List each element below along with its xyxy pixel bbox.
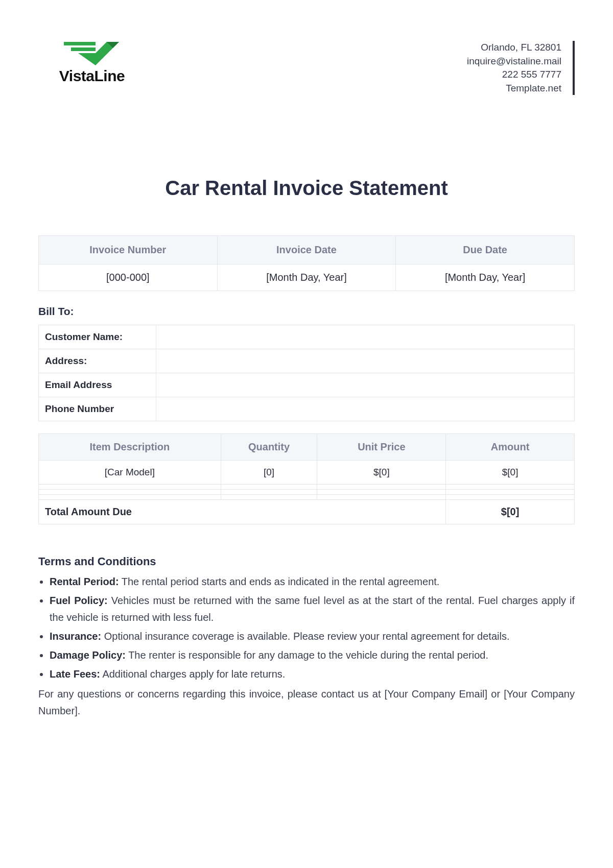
table-row: Address: bbox=[39, 349, 575, 373]
table-row: Email Address bbox=[39, 373, 575, 397]
terms-heading: Terms and Conditions bbox=[38, 555, 575, 568]
list-item: Insurance: Optional insurance coverage i… bbox=[50, 628, 575, 645]
table-row bbox=[39, 495, 575, 500]
bill-value bbox=[156, 373, 575, 397]
items-header-desc: Item Description bbox=[39, 434, 221, 461]
meta-value-invoice-no: [000-000] bbox=[39, 264, 218, 291]
company-name: VistaLine bbox=[59, 67, 125, 85]
item-unit: $[0] bbox=[317, 461, 446, 485]
items-header-amount: Amount bbox=[446, 434, 575, 461]
bill-value bbox=[156, 325, 575, 349]
total-row: Total Amount Due $[0] bbox=[39, 500, 575, 524]
company-address: Orlando, FL 32801 bbox=[467, 41, 561, 55]
items-table: Item Description Quantity Unit Price Amo… bbox=[38, 433, 575, 524]
list-item: Fuel Policy: Vehicles must be returned w… bbox=[50, 592, 575, 626]
bill-to-table: Customer Name: Address: Email Address Ph… bbox=[38, 325, 575, 421]
table-row bbox=[39, 490, 575, 495]
svg-rect-1 bbox=[71, 47, 96, 51]
list-item: Late Fees: Additional charges apply for … bbox=[50, 666, 575, 683]
bill-label: Address: bbox=[39, 349, 156, 373]
bill-to-heading: Bill To: bbox=[38, 305, 575, 318]
terms-list: Rental Period: The rental period starts … bbox=[38, 573, 575, 683]
company-email: inquire@vistaline.mail bbox=[467, 55, 561, 68]
meta-value-due-date: [Month Day, Year] bbox=[396, 264, 575, 291]
list-item: Rental Period: The rental period starts … bbox=[50, 573, 575, 590]
vertical-divider bbox=[573, 41, 575, 95]
header: VistaLine Orlando, FL 32801 inquire@vist… bbox=[38, 41, 575, 95]
list-item: Damage Policy: The renter is responsible… bbox=[50, 647, 575, 664]
company-site: Template.net bbox=[467, 82, 561, 95]
bill-label: Phone Number bbox=[39, 397, 156, 421]
svg-rect-0 bbox=[64, 42, 96, 45]
table-row bbox=[39, 485, 575, 490]
invoice-meta-table: Invoice Number Invoice Date Due Date [00… bbox=[38, 235, 575, 291]
table-row: Customer Name: bbox=[39, 325, 575, 349]
meta-header-due-date: Due Date bbox=[396, 236, 575, 264]
items-header-unit: Unit Price bbox=[317, 434, 446, 461]
company-phone: 222 555 7777 bbox=[467, 68, 561, 82]
total-value: $[0] bbox=[446, 500, 575, 524]
page-title: Car Rental Invoice Statement bbox=[38, 177, 575, 200]
bill-value bbox=[156, 349, 575, 373]
table-row: Phone Number bbox=[39, 397, 575, 421]
meta-header-invoice-no: Invoice Number bbox=[39, 236, 218, 264]
bill-label: Email Address bbox=[39, 373, 156, 397]
item-desc: [Car Model] bbox=[39, 461, 221, 485]
meta-value-invoice-date: [Month Day, Year] bbox=[217, 264, 396, 291]
items-header-qty: Quantity bbox=[221, 434, 317, 461]
total-label: Total Amount Due bbox=[39, 500, 446, 524]
bill-label: Customer Name: bbox=[39, 325, 156, 349]
invoice-page: VistaLine Orlando, FL 32801 inquire@vist… bbox=[0, 0, 613, 719]
meta-header-invoice-date: Invoice Date bbox=[217, 236, 396, 264]
logo-block: VistaLine bbox=[59, 41, 125, 85]
company-info: Orlando, FL 32801 inquire@vistaline.mail… bbox=[467, 41, 575, 95]
table-row: [Car Model] [0] $[0] $[0] bbox=[39, 461, 575, 485]
bill-value bbox=[156, 397, 575, 421]
item-qty: [0] bbox=[221, 461, 317, 485]
vistaline-logo-icon bbox=[59, 41, 125, 66]
footer-note: For any questions or concerns regarding … bbox=[38, 686, 575, 719]
item-amount: $[0] bbox=[446, 461, 575, 485]
